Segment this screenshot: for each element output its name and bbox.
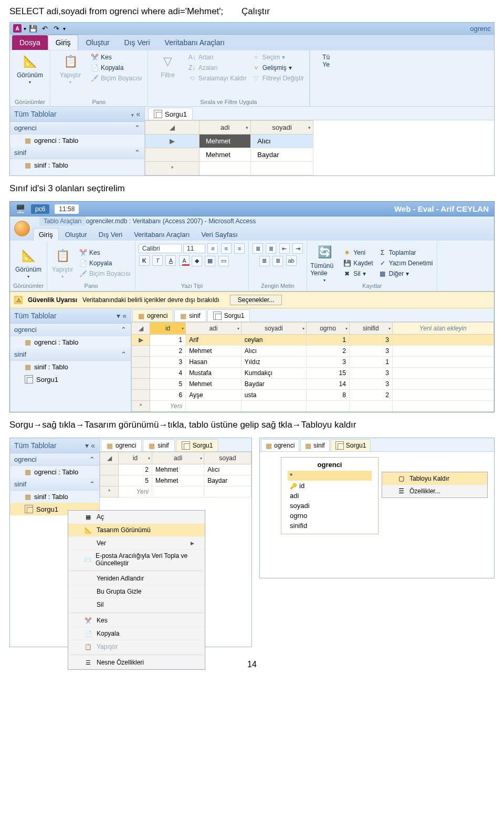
indent-dec-icon[interactable]: ⇤	[279, 243, 290, 254]
nav-item-sinif-tablo[interactable]: ▦sinif : Tablo	[10, 361, 131, 373]
align-center-icon[interactable]: ≡	[221, 243, 232, 254]
cell[interactable]: Mehmet	[200, 134, 251, 148]
ctx-kopyala[interactable]: 📄Kopyala	[68, 627, 205, 640]
gridlines-icon[interactable]: ▦	[205, 256, 215, 266]
tab-disveri[interactable]: Dış Veri	[93, 229, 128, 241]
delete-button[interactable]: ✖Sil ▾	[342, 269, 374, 278]
doc-tab-sorgu1[interactable]: Sorgu1	[331, 439, 371, 451]
font-name-combo[interactable]: Calibri	[139, 244, 182, 253]
undo-icon[interactable]: ↶	[40, 24, 49, 33]
nav-item-ogrenci-tablo[interactable]: ▦ogrenci : Tablo	[10, 336, 131, 348]
col-soyadi[interactable]: soyadi▾	[251, 121, 313, 134]
row-selector[interactable]: ▶	[145, 134, 200, 148]
copy-button[interactable]: 📄Kopyala	[78, 258, 132, 268]
ctx-ver[interactable]: Ver▶	[68, 537, 205, 550]
tab-olustur[interactable]: Oluştur	[78, 35, 117, 50]
field-sinifid[interactable]: sinifid	[288, 521, 372, 531]
cell[interactable]	[251, 162, 313, 175]
doc-tab-ogrenci[interactable]: ▦ogrenci	[132, 309, 173, 322]
col-ogrno[interactable]: ogrno▾	[307, 323, 350, 335]
col-soyad[interactable]: soyad	[204, 452, 251, 464]
ctx-tabloyu-kaldir[interactable]: ▢Tabloyu Kaldır	[382, 472, 487, 485]
add-column[interactable]: Yeni alan ekleyin	[392, 323, 494, 335]
field-ogrno[interactable]: ogrno	[288, 511, 372, 521]
nav-item-ogrenci-tablo[interactable]: ▦ogrenci : Tablo	[10, 466, 99, 478]
font-size-combo[interactable]: 11	[183, 244, 205, 253]
nav-header[interactable]: Tüm Tablolar▾ «	[10, 438, 99, 453]
redo-icon[interactable]: ↷	[51, 24, 61, 33]
cell[interactable]: 3	[349, 335, 392, 346]
cell[interactable]: ceylan	[241, 335, 306, 346]
cell[interactable]: 1	[150, 335, 186, 346]
ab-icon[interactable]: ab	[286, 255, 297, 266]
col-soyadi[interactable]: soyadi▾	[241, 323, 306, 335]
align-left-icon[interactable]: ≡	[207, 243, 218, 254]
save-button[interactable]: 💾Kaydet	[342, 258, 374, 268]
field-soyadi[interactable]: soyadi	[288, 501, 372, 511]
list2-icon[interactable]: ≣	[272, 256, 283, 266]
ctx-yeniden-adlandir[interactable]: Yeniden Adlandır	[68, 572, 205, 585]
ctx-nesne-ozellikleri[interactable]: ☰Nesne Özellikleri	[68, 656, 205, 669]
nav-group-sinif[interactable]: sinif⌃	[10, 348, 131, 361]
align-right-icon[interactable]: ≡	[234, 243, 245, 254]
doc-tab-sorgu1[interactable]: Sorgu1	[207, 309, 250, 322]
nav-item-sinif-tablo[interactable]: ▦sinif : Tablo	[10, 491, 99, 503]
ctx-kes[interactable]: ✂️Kes	[68, 614, 205, 627]
tab-giris[interactable]: Giriş	[33, 228, 59, 241]
doc-tab-sorgu1[interactable]: Sorgu1	[148, 108, 193, 120]
bullets-icon[interactable]: ≣	[253, 243, 263, 254]
col-adi[interactable]: adi▾	[152, 452, 204, 464]
fill-color-icon[interactable]: ◆	[192, 256, 202, 266]
nav-group-ogrenci[interactable]: ogrenci⌃	[10, 122, 144, 134]
field-star[interactable]: *	[288, 471, 372, 481]
office-button-icon[interactable]	[14, 221, 30, 236]
doc-tab-ogrenci[interactable]: ▦ogrenci	[101, 439, 142, 451]
col-adi[interactable]: adi▾	[186, 323, 242, 335]
more-button[interactable]: ▦Diğer ▾	[377, 269, 434, 278]
select-all-corner[interactable]: ◢	[145, 121, 200, 134]
cell[interactable]: Mehmet	[200, 148, 251, 162]
options-button[interactable]: Seçenekler...	[230, 295, 282, 305]
nav-group-ogrenci[interactable]: ogrenci⌃	[10, 324, 131, 336]
tab-giris[interactable]: Giriş	[48, 35, 79, 50]
border-icon[interactable]: ▭	[218, 256, 229, 266]
doc-tab-sorgu1[interactable]: Sorgu1	[176, 439, 219, 451]
nav-item-sorgu1[interactable]: Sorgu1	[10, 373, 131, 386]
indent-inc-icon[interactable]: ⇥	[292, 243, 303, 254]
ctx-eposta[interactable]: ✉️E-posta Aracılığıyla Veri Topla ve Gün…	[68, 550, 205, 569]
tab-olustur[interactable]: Oluştur	[60, 229, 92, 241]
tab-vtaraclari[interactable]: Veritabanı Araçları	[158, 35, 232, 50]
numbering-icon[interactable]: ≣	[266, 243, 276, 254]
new-row-marker[interactable]: *	[132, 401, 150, 412]
view-button[interactable]: 📐 Görünüm ▾	[14, 53, 46, 85]
copy-button[interactable]: 📄Kopyala	[89, 63, 143, 72]
col-adi[interactable]: adi▾	[200, 121, 251, 134]
list-icon[interactable]: ≣	[259, 256, 270, 266]
totals-button[interactable]: ΣToplamlar	[377, 248, 434, 257]
ctx-tasarim-gorunumu[interactable]: 📐Tasarım Görünümü	[68, 524, 205, 537]
nav-item-sinif-tablo[interactable]: ▦sinif : Tablo	[10, 159, 144, 171]
underline-icon[interactable]: A	[165, 255, 176, 266]
new-row-marker[interactable]: *	[100, 486, 119, 497]
doc-tab-sinif[interactable]: ▦sinif	[174, 309, 206, 322]
view-button[interactable]: 📐 Görünüm▾	[15, 247, 41, 279]
ctx-ac[interactable]: ▦Aç	[68, 511, 205, 524]
italic-icon[interactable]: T	[152, 255, 163, 266]
cell[interactable]: Alıcı	[251, 134, 313, 148]
nav-group-ogrenci[interactable]: ogrenci⌃	[10, 453, 99, 466]
new-button[interactable]: ✶Yeni	[342, 248, 374, 257]
doc-tab-sinif[interactable]: ▦sinif	[143, 439, 174, 451]
col-id[interactable]: id▾	[150, 323, 186, 335]
advanced-button[interactable]: ▿Gelişmiş ▾	[251, 63, 305, 72]
tab-verisayfasi[interactable]: Veri Sayfası	[196, 229, 243, 241]
tab-disveri[interactable]: Dış Veri	[117, 35, 158, 50]
nav-group-sinif[interactable]: sinif⌃	[10, 478, 99, 491]
col-id[interactable]: id▾	[119, 452, 152, 464]
nav-group-sinif[interactable]: sinif⌃	[10, 147, 144, 159]
field-adi[interactable]: adi	[288, 491, 372, 501]
new-row-marker[interactable]: *	[145, 162, 200, 175]
col-sinifid[interactable]: sinifid▾	[349, 323, 392, 335]
save-icon[interactable]: 💾	[28, 24, 38, 33]
doc-tab-ogrenci[interactable]: ▦ogrenci	[261, 439, 299, 451]
file-tab[interactable]: Dosya	[12, 35, 48, 50]
